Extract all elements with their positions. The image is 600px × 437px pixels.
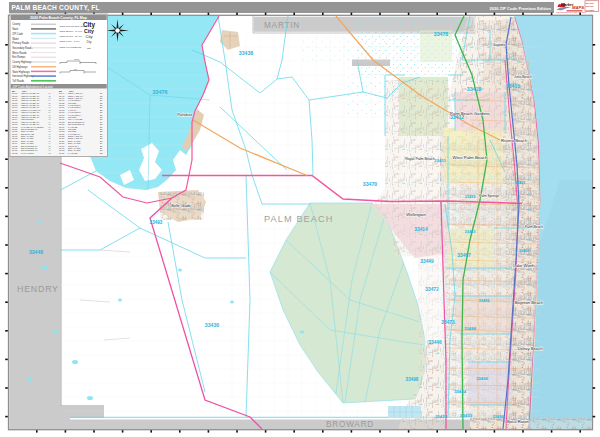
svg-text:HENDRY: HENDRY [17,284,59,294]
svg-text:33496: 33496 [476,376,489,381]
svg-text:ZIP Code Alphabetical Locator: ZIP Code Alphabetical Locator [13,85,53,89]
svg-text:Delray Beach: Delray Beach [517,346,543,351]
svg-text:Minor Roads: Minor Roads [12,51,27,55]
svg-text:33434: 33434 [454,389,467,394]
svg-text:Exit Ramps: Exit Ramps [12,55,26,59]
svg-text:Palm Beach: Palm Beach [525,225,543,229]
svg-text:CANAL POINT: CANAL POINT [21,152,35,154]
svg-text:Royal Palm Beach: Royal Palm Beach [405,157,435,161]
svg-text:MAPS: MAPS [572,5,584,10]
svg-text:Water: Water [12,37,19,41]
svg-text:33446: 33446 [428,340,442,345]
svg-text:Riviera Beach: Riviera Beach [501,138,528,143]
svg-text:33428: 33428 [435,414,448,419]
svg-text:33460: 33460 [519,249,530,253]
svg-text:33473: 33473 [441,320,455,325]
svg-text:km: km [74,68,77,70]
svg-text:State Highways: State Highways [12,70,30,74]
svg-text:33415: 33415 [464,194,476,199]
svg-text:US Highways: US Highways [12,65,28,69]
svg-text:33448: 33448 [29,249,43,255]
svg-text:33472: 33472 [425,287,439,292]
svg-text:PALM BEACH COUNTY, FL: PALM BEACH COUNTY, FL [12,4,100,12]
svg-text:County: County [12,22,21,26]
svg-text:33418: 33418 [467,86,482,92]
svg-text:33438: 33438 [12,152,17,154]
svg-text:Palm Springs: Palm Springs [479,194,499,198]
svg-text:Juno Beach: Juno Beach [514,75,532,79]
svg-text:33498: 33498 [406,377,419,382]
svg-text:MARTIN: MARTIN [264,21,300,30]
svg-text:MAJOR: MAJOR [586,2,594,4]
svg-text:33467: 33467 [457,253,471,258]
svg-text:Secondary Roads: Secondary Roads [12,46,33,50]
svg-text:33486: 33486 [492,414,504,419]
svg-text:33493: 33493 [150,220,163,225]
svg-text:City: City [87,40,92,44]
svg-text:Wellington: Wellington [406,212,426,217]
svg-text:33410: 33410 [506,83,520,89]
svg-text:33436: 33436 [478,298,490,303]
svg-text:ZIP Code: ZIP Code [12,32,23,36]
svg-text:Boca Raton: Boca Raton [507,419,530,424]
svg-text:County Highways: County Highways [12,60,33,64]
svg-text:ROADS: ROADS [586,5,594,7]
svg-text:BROWARD: BROWARD [326,420,374,429]
svg-text:33463: 33463 [464,229,476,234]
svg-text:33476: 33476 [59,152,64,154]
svg-text:33411: 33411 [434,158,447,163]
svg-text:PALM BEACH: PALM BEACH [264,214,334,224]
svg-text:Toll Roads: Toll Roads [12,79,25,83]
svg-text:33484: 33484 [464,326,476,331]
svg-text:33478: 33478 [434,31,449,37]
svg-text:33470: 33470 [363,181,378,187]
svg-text:33430: 33430 [205,322,220,328]
svg-text:MarketMaps.com 1-888-434-6277: MarketMaps.com 1-888-434-6277 [556,11,587,13]
svg-text:Jupiter: Jupiter [493,42,506,47]
svg-text:PAHOKEE: PAHOKEE [68,152,78,154]
svg-text:A8: A8 [48,152,50,154]
svg-text:Pahokee: Pahokee [178,113,193,117]
svg-text:33401: 33401 [515,181,526,185]
svg-text:Boynton Beach: Boynton Beach [515,300,544,305]
svg-text:City: City [86,34,93,39]
svg-text:33449: 33449 [420,259,434,264]
svg-text:33438: 33438 [239,50,254,56]
svg-text:33412: 33412 [450,114,464,120]
svg-text:State: State [12,27,19,31]
svg-text:Primary Roads: Primary Roads [12,41,30,45]
svg-text:2020 ZIP Code Premium Edition: 2020 ZIP Code Premium Edition [489,6,551,11]
svg-text:SHOWN: SHOWN [586,9,594,11]
svg-text:33433: 33433 [460,413,473,418]
svg-text:City: City [84,28,94,34]
svg-text:miles: miles [74,58,80,60]
svg-text:West Palm Beach: West Palm Beach [453,155,488,160]
svg-text:2020 Palm Beach County, FL Map: 2020 Palm Beach County, FL Map [30,16,88,20]
svg-text:33414: 33414 [414,227,428,232]
svg-text:Belle Glade: Belle Glade [171,204,191,208]
svg-text:Lake Worth: Lake Worth [513,263,535,268]
svg-text:33476: 33476 [153,89,168,95]
svg-text:Cities 999 and Below: Cities 999 and Below [60,46,82,48]
svg-text:B8: B8 [100,152,102,154]
